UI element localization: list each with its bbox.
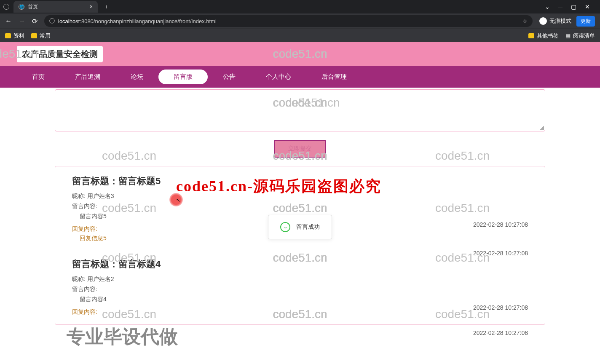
- incognito-badge[interactable]: 无痕模式: [539, 17, 571, 25]
- page-header: 农产品质量安全检测: [0, 42, 600, 66]
- new-tab-button[interactable]: +: [101, 3, 111, 10]
- nav-message[interactable]: 留言版: [158, 70, 208, 84]
- incognito-icon: [539, 17, 547, 25]
- cursor-icon: ↖: [176, 197, 180, 203]
- maximize-icon[interactable]: ▢: [571, 3, 576, 10]
- app-icon: [3, 4, 9, 10]
- nav-home[interactable]: 首页: [17, 70, 60, 84]
- folder-icon: [5, 33, 11, 38]
- tab-title: 首页: [28, 3, 38, 11]
- nav-admin[interactable]: 后台管理: [306, 70, 362, 84]
- nav-menu: 首页 产品追溯 论坛 留言版 公告 个人中心 后台管理: [0, 66, 600, 88]
- browser-chrome: 🌐 首页 × + ⌄ ─ ▢ ✕ ← → ⟳ ⓘ localhost:8080/…: [0, 0, 600, 42]
- url-input[interactable]: ⓘ localhost:8080/nongchanpinzhilianganqu…: [44, 15, 533, 27]
- close-icon[interactable]: ×: [90, 4, 93, 10]
- browser-tab[interactable]: 🌐 首页 ×: [13, 1, 98, 13]
- forward-button[interactable]: →: [19, 17, 25, 25]
- red-watermark: code51.cn-源码乐园盗图必究: [176, 176, 381, 197]
- other-bookmarks[interactable]: 其他书签: [528, 32, 559, 40]
- bookmark-bar: 资料 常用 其他书签 ▤阅读清单: [0, 29, 600, 42]
- bookmark-folder[interactable]: 常用: [31, 32, 51, 40]
- reading-list[interactable]: ▤阅读清单: [565, 32, 595, 40]
- tab-bar: 🌐 首页 × + ⌄ ─ ▢ ✕: [0, 0, 600, 13]
- list-icon: ▤: [565, 32, 571, 39]
- bookmark-folder[interactable]: 资料: [5, 32, 24, 40]
- window-controls: ⌄ ─ ▢ ✕: [545, 3, 597, 10]
- address-bar: ← → ⟳ ⓘ localhost:8080/nongchanpinzhilia…: [0, 13, 600, 29]
- gray-watermark: 专业毕设代做: [67, 324, 178, 349]
- info-icon: ⓘ: [49, 17, 55, 25]
- folder-icon: [31, 33, 37, 38]
- reload-button[interactable]: ⟳: [32, 17, 38, 25]
- smile-icon: ⌣: [280, 222, 290, 232]
- update-button[interactable]: 更新: [576, 16, 595, 27]
- nav-trace[interactable]: 产品追溯: [60, 70, 115, 84]
- page-title: 农产品质量安全检测: [17, 46, 103, 62]
- globe-icon: 🌐: [19, 4, 24, 10]
- close-window-icon[interactable]: ✕: [585, 3, 590, 10]
- nav-notice[interactable]: 公告: [208, 70, 251, 84]
- folder-icon: [528, 33, 534, 38]
- chevron-down-icon[interactable]: ⌄: [545, 3, 550, 10]
- back-button[interactable]: ←: [5, 17, 12, 25]
- nav-profile[interactable]: 个人中心: [251, 70, 306, 84]
- nav-forum[interactable]: 论坛: [115, 70, 158, 84]
- url-host: localhost: [58, 18, 80, 24]
- message-textarea[interactable]: [55, 89, 545, 131]
- message-time: 2022-02-28 10:27:08: [473, 221, 528, 228]
- success-toast: ⌣ 留言成功: [268, 215, 332, 239]
- star-icon[interactable]: ☆: [522, 18, 528, 24]
- url-path: :8080/nongchanpinzhilianganquanjiance/fr…: [80, 18, 217, 24]
- reply-time: 2022-02-28 10:27:08: [473, 329, 528, 336]
- minimize-icon[interactable]: ─: [558, 3, 562, 10]
